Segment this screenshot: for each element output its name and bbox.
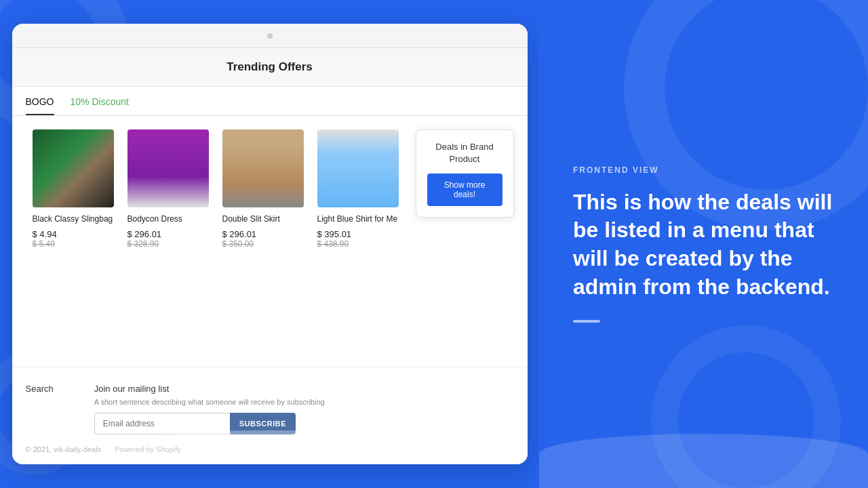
price-current: $ 395.01 [317, 229, 399, 239]
product-card[interactable]: Basic White Tee for Su $ 395.01 $ 438.90 [406, 129, 410, 259]
left-panel: Trending Offers BOGO 10% Discount Black … [0, 0, 539, 488]
products-area: Black Classy Slingbag $ 4.94 $ 5.49 Body… [12, 116, 528, 272]
price-row: $ 296.01 $ 328.90 [127, 229, 209, 249]
tab-discount[interactable]: 10% Discount [71, 96, 129, 115]
main-description: This is how the deals will be listed in … [573, 188, 834, 301]
trending-header: Trending Offers [12, 48, 528, 87]
price-current: $ 4.94 [33, 229, 114, 239]
price-original: $ 5.49 [33, 239, 114, 249]
mailing-desc: A short sentence describing what someone… [94, 398, 514, 406]
deals-popup: Deals in Brand Product Show more deals! [416, 129, 514, 218]
price-row: $ 296.01 $ 350.00 [222, 229, 304, 249]
product-image [317, 129, 399, 207]
accent-line [573, 320, 600, 323]
browser-topbar [12, 24, 528, 48]
footer-inner: Search Join our mailing list A short sen… [26, 384, 514, 434]
frontend-label: FRONTEND VIEW [573, 165, 834, 175]
show-more-deals-button[interactable]: Show more deals! [427, 174, 502, 206]
price-row: $ 4.94 $ 5.49 [33, 229, 114, 249]
price-original: $ 350.00 [222, 239, 304, 249]
products-scroll: Black Classy Slingbag $ 4.94 $ 5.49 Body… [26, 129, 410, 259]
product-name: Bodycon Dress [127, 214, 209, 225]
price-current: $ 296.01 [222, 229, 304, 239]
browser-mockup: Trending Offers BOGO 10% Discount Black … [12, 24, 528, 464]
wave-decoration [539, 434, 868, 488]
product-name: Black Classy Slingbag [33, 214, 114, 225]
price-row: $ 395.01 $ 438.90 [317, 229, 399, 249]
price-current: $ 296.01 [127, 229, 209, 239]
right-panel: FRONTEND VIEW This is how the deals will… [539, 0, 868, 488]
product-image [33, 129, 114, 207]
product-card[interactable]: Bodycon Dress $ 296.01 $ 328.90 [121, 129, 216, 259]
product-image [127, 129, 209, 207]
product-card[interactable]: Double Slit Skirt $ 296.01 $ 350.00 [216, 129, 311, 259]
browser-dot [267, 33, 273, 39]
product-card[interactable]: Light Blue Shirt for Me $ 395.01 $ 438.9… [311, 129, 406, 259]
product-card[interactable]: Black Classy Slingbag $ 4.94 $ 5.49 [26, 129, 121, 259]
trending-title: Trending Offers [26, 60, 514, 74]
product-name: Light Blue Shirt for Me [317, 214, 399, 225]
mailing-title: Join our mailing list [94, 384, 514, 394]
price-original: $ 438.90 [317, 239, 399, 249]
tab-bogo[interactable]: BOGO [26, 96, 54, 115]
tabs-row: BOGO 10% Discount [12, 87, 528, 116]
footer-mailing: Join our mailing list A short sentence d… [94, 384, 514, 434]
deals-popup-title: Deals in Brand Product [427, 141, 502, 165]
price-original: $ 328.90 [127, 239, 209, 249]
product-image [222, 129, 304, 207]
store-content: Trending Offers BOGO 10% Discount Black … [12, 48, 528, 464]
product-name: Double Slit Skirt [222, 214, 304, 225]
footer-search-link[interactable]: Search [26, 384, 54, 394]
